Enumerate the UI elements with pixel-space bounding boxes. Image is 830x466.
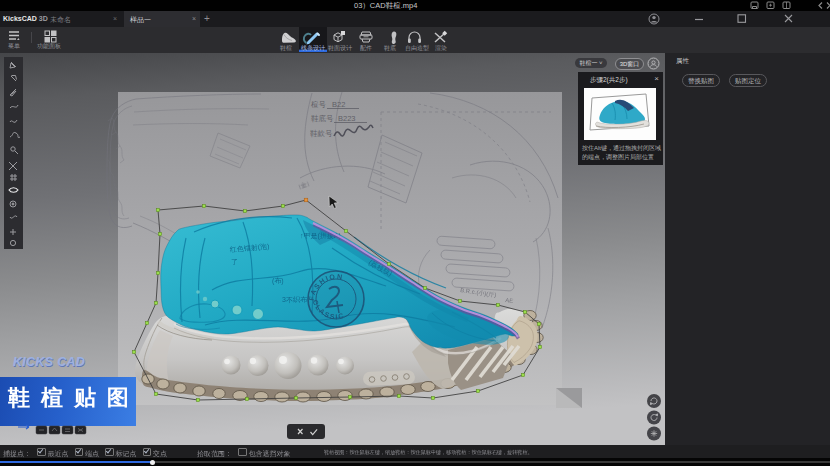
svg-text:B223: B223	[338, 114, 356, 123]
svg-text:楦号: 楦号	[311, 100, 327, 109]
svg-text:鞋底号: 鞋底号	[311, 114, 334, 123]
svg-text:鞋款号: 鞋款号	[310, 129, 333, 138]
svg-text:(布): (布)	[272, 277, 284, 285]
svg-text:AE: AE	[505, 297, 514, 304]
svg-text:3不织布: 3不织布	[282, 296, 308, 304]
svg-text:了: 了	[231, 258, 238, 265]
svg-text:B22: B22	[332, 100, 345, 109]
